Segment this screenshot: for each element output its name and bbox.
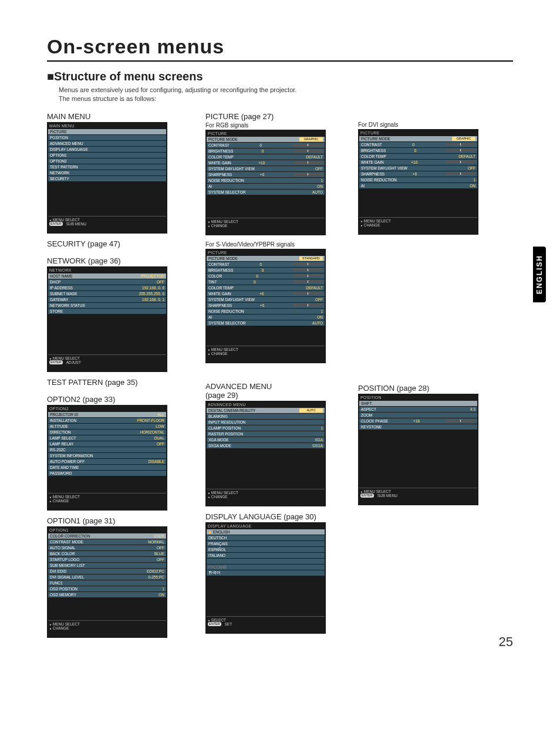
label-adv-menu: ADVANCED MENU xyxy=(205,382,346,391)
label-for-rgb: For RGB signals xyxy=(205,122,346,129)
label-adv-page: (page 29) xyxy=(205,391,346,400)
label-picture: PICTURE (page 27) xyxy=(205,112,346,121)
intro-text: Menus are extensively used for configuri… xyxy=(59,86,513,104)
page-number: 25 xyxy=(499,634,513,650)
network-box: NETWORKHOST NAMEPROJECTORDHCPOFFIP ADDRE… xyxy=(47,266,167,372)
subheading: ■Structure of menu screens xyxy=(47,70,513,83)
label-main-menu: MAIN MENU xyxy=(47,112,194,121)
label-for-dvi: For DVI signals xyxy=(358,121,499,128)
advanced-box: ADVANCED MENUDIGITAL CINEMA REALITYAUTOB… xyxy=(205,401,326,506)
picture-dvi-box: PICTUREPICTURE MODEGRAPHICCONTRAST0BRIGH… xyxy=(358,129,478,235)
picture-rgb-box: PICTUREPICTURE MODEGRAPHICCONTRAST0BRIGH… xyxy=(205,130,326,235)
label-for-svideo: For S-Video/Video/YPBPR signals xyxy=(205,241,346,248)
main-menu-box: MAIN MENUPICTUREPOSITIONADVANCED MENUDIS… xyxy=(47,122,167,234)
label-display-lang: DISPLAY LANGUAGE (page 30) xyxy=(205,512,346,521)
position-box: POSITIONSHIFTASPECT4:3ZOOMCLOCK PHASE+16… xyxy=(358,394,478,505)
language-tab: ENGLISH xyxy=(533,246,546,302)
picture-svideo-box: PICTUREPICTURE MODESTANDARDCONTRAST0BRIG… xyxy=(205,249,326,363)
label-test-pattern: TEST PATTERN (page 35) xyxy=(47,378,194,387)
option1-box: OPTION1COLOR CORRECTIONUSERCONTRAST MODE… xyxy=(47,526,167,638)
lang-box: DISPLAY LANGUAGEENGLISHDEUTSCHFRANÇAISES… xyxy=(205,522,326,634)
label-security: SECURITY (page 47) xyxy=(47,239,194,248)
label-option2: OPTION2 (page 33) xyxy=(47,395,194,404)
option2-box: OPTION2PROJECTOR IDALLINSTALLATIONFRONT-… xyxy=(47,405,167,511)
title-rule xyxy=(47,60,513,62)
label-option1: OPTION1 (page 31) xyxy=(47,516,194,525)
label-network: NETWORK (page 36) xyxy=(47,256,194,265)
page-title: On-screen menus xyxy=(47,35,513,58)
label-position: POSITION (page 28) xyxy=(358,384,499,393)
